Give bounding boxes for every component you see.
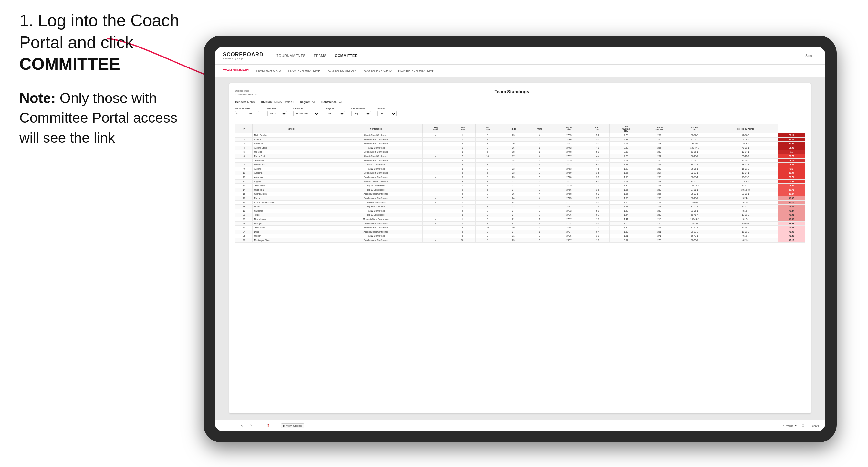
table-header-row: # School Conference RegRank ConfRank NoT…: [236, 124, 805, 133]
conference-filter-value: All: [339, 100, 342, 104]
eye-icon: 👁: [783, 424, 785, 427]
bottom-toolbar: ← → ↻ ⧉ + ⏰ ▶ View: Original 👁 Watch ▼ ❐…: [215, 420, 825, 431]
table-row: 1North CarolinaAtlantic Coast Conference…: [236, 133, 805, 137]
gender-filter-label: Gender:: [235, 100, 246, 104]
table-row: 6Florida StateAtlantic Coast Conference–…: [236, 154, 805, 158]
table-row: 4Arizona StatePac-12 Conference–18261274…: [236, 146, 805, 150]
rounds-slider[interactable]: [235, 118, 261, 121]
note-text: Note: Only those with Committee Portal a…: [20, 88, 181, 148]
gender-control-label: Gender: [268, 107, 287, 110]
gender-filter: Gender: Men's: [235, 100, 254, 104]
standings-table: # School Conference RegRank ConfRank NoT…: [235, 124, 805, 243]
col-no-tour: NoTour: [475, 124, 500, 133]
min-rounds-label: Minimum Rou...: [235, 107, 261, 110]
region-filter-label: Region:: [300, 100, 310, 104]
instruction-area: 1. Log into the Coach Portal and click C…: [20, 10, 181, 148]
copy-btn[interactable]: ⧉: [248, 423, 253, 428]
table-row: 13Texas TechBig 12 Conference–19272276.9…: [236, 183, 805, 188]
undo-btn[interactable]: ←: [221, 424, 227, 428]
table-row: 5Ole MissSoutheastern Conference–3618127…: [236, 150, 805, 154]
division-control: Division NCAA Division I: [293, 107, 319, 116]
subnav-player-h2h-grid[interactable]: PLAYER H2H GRID: [363, 66, 392, 75]
min-rounds-input2[interactable]: [248, 111, 259, 116]
table-row: 8WashingtonPac-12 Conference–28231276.3-…: [236, 162, 805, 167]
gender-select[interactable]: Men's: [268, 111, 287, 116]
col-school: School: [253, 124, 329, 133]
add-btn[interactable]: +: [256, 424, 261, 428]
table-row: 23Texas A&MSoutheastern Conference–91030…: [236, 225, 805, 229]
panel-header: Update time: 27/03/2024 16:56:26 Team St…: [235, 89, 805, 97]
table-row: 3VanderbiltSoutheastern Conference–28266…: [236, 142, 805, 146]
view-original-btn[interactable]: ▶ View: Original: [281, 424, 304, 428]
watch-chevron: ▼: [794, 424, 797, 427]
clock-btn[interactable]: ⏰: [265, 424, 271, 428]
scoreboard-logo: SCOREBOARD Powered by clippd: [223, 52, 264, 60]
redo-btn[interactable]: →: [230, 424, 236, 428]
tablet-screen: SCOREBOARD Powered by clippd TOURNAMENTS…: [215, 47, 825, 431]
region-control: Region N/A: [326, 107, 345, 116]
table-row: 9ArizonaPac-12 Conference–38234276.3-4.6…: [236, 167, 805, 171]
sub-navigation: TEAM SUMMARY TEAM H2H GRID TEAM H2H HEAT…: [215, 65, 825, 77]
division-filter: Division: NCAA Division I: [261, 100, 293, 104]
school-select[interactable]: (All): [377, 111, 397, 116]
table-row: 26Mississippi StateSoutheastern Conferen…: [236, 238, 805, 242]
col-low-rd: LowOverallRd.: [610, 124, 643, 133]
subnav-team-summary[interactable]: TEAM SUMMARY: [223, 66, 249, 75]
watch-btn[interactable]: 👁 Watch ▼: [783, 424, 797, 427]
subnav-player-h2h-heatmap[interactable]: PLAYER H2H HEATMAP: [398, 66, 434, 75]
min-rounds-input1[interactable]: [235, 111, 246, 116]
conference-filter: Conference: All: [321, 100, 342, 104]
table-row: 24DukeAtlantic Coast Conference–59271279…: [236, 229, 805, 234]
division-filter-label: Division:: [261, 100, 273, 104]
tablet-device: SCOREBOARD Powered by clippd TOURNAMENTS…: [204, 35, 837, 442]
table-row: 14OklahomaBig 12 Conference–26242276.6-3…: [236, 188, 805, 192]
nav-teams[interactable]: TEAMS: [314, 52, 327, 59]
col-rnds: Rnds: [500, 124, 527, 133]
col-wins: Wins: [527, 124, 553, 133]
share-label: Share: [812, 424, 819, 427]
col-rank: #: [236, 124, 253, 133]
table-row: 17East Tennessee StateSouthern Conferenc…: [236, 200, 805, 205]
nav-committee[interactable]: COMMITTEE: [335, 52, 358, 59]
table-row: 19CaliforniaPac-12 Conference–48242278.2…: [236, 209, 805, 213]
subnav-team-h2h-heatmap[interactable]: TEAM H2H HEATMAP: [287, 66, 320, 75]
subnav-player-summary[interactable]: PLAYER SUMMARY: [327, 66, 356, 75]
update-time-area: Update time: 27/03/2024 16:56:26: [235, 89, 257, 97]
share-btn[interactable]: ⇧ Share: [809, 424, 819, 427]
conference-filter-label: Conference:: [321, 100, 338, 104]
division-filter-value: NCAA Division I: [274, 100, 293, 104]
table-row: 7TennesseeSoutheastern Conference–461822…: [236, 158, 805, 162]
table-row: 15Georgia TechAtlantic Coast Conference–…: [236, 192, 805, 196]
filter-row: Gender: Men's Division: NCAA Division I …: [235, 100, 805, 104]
sign-out-link[interactable]: Sign out: [805, 54, 817, 58]
region-select[interactable]: N/A: [326, 111, 345, 116]
content-panel: Update time: 27/03/2024 16:56:26 Team St…: [229, 83, 811, 413]
col-conference: Conference: [329, 124, 423, 133]
expand-btn[interactable]: ❐: [800, 424, 806, 428]
col-overall-record: OverallRecord: [643, 124, 676, 133]
col-avg-sg: Avg.SG: [585, 124, 610, 133]
toolbar-separator-1: [276, 424, 276, 428]
min-rounds-inputs: [235, 111, 261, 116]
division-select[interactable]: NCAA Division I: [293, 111, 319, 116]
refresh-btn[interactable]: ↻: [239, 424, 245, 428]
division-control-label: Division: [293, 107, 319, 110]
table-row: 10AlabamaSoutheastern Conference–5623327…: [236, 171, 805, 175]
table-row: 22GeorgiaSoutheastern Conference–8721127…: [236, 221, 805, 225]
col-adj-to-par: Adj. ToPar: [553, 124, 585, 133]
conference-select[interactable]: (All): [351, 111, 371, 116]
nav-items: TOURNAMENTS TEAMS COMMITTEE: [277, 52, 783, 59]
table-row: 20TexasBig 12 Conference–39278278.6-0.71…: [236, 213, 805, 217]
watch-label: Watch: [786, 424, 794, 427]
nav-tournaments[interactable]: TOURNAMENTS: [277, 52, 306, 59]
controls-row: Minimum Rou... Gender Men's: [235, 107, 805, 121]
table-row: 25OregonPac-12 Conference–59210279.5-3.1…: [236, 234, 805, 238]
col-reg-rank: RegRank: [423, 124, 449, 133]
min-rounds-control: Minimum Rou...: [235, 107, 261, 121]
step-number: 1.: [20, 11, 33, 30]
view-icon: ▶: [283, 424, 285, 427]
region-filter: Region: All: [300, 100, 315, 104]
subnav-team-h2h-grid[interactable]: TEAM H2H GRID: [256, 66, 281, 75]
update-time-value: 27/03/2024 16:56:26: [235, 93, 257, 96]
main-content: Update time: 27/03/2024 16:56:26 Team St…: [215, 77, 825, 420]
